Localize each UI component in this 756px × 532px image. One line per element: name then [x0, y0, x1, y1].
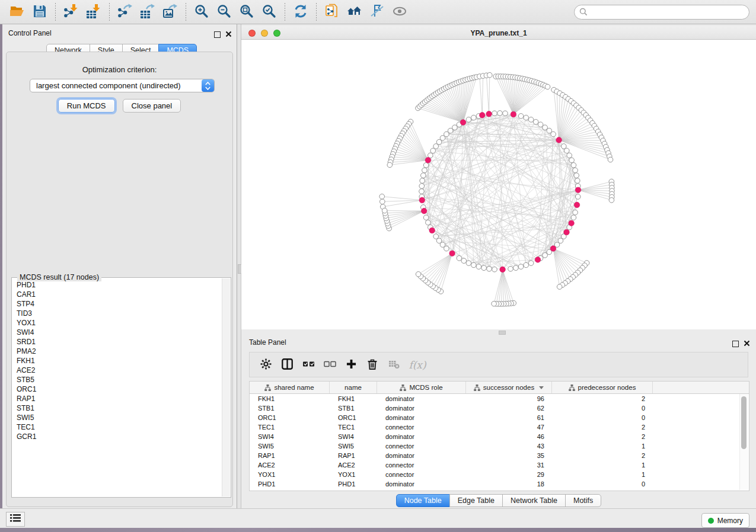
tab-motifs[interactable]: Motifs	[565, 494, 601, 507]
sort-chevron-icon[interactable]	[539, 386, 544, 389]
cell-name[interactable]: FKH1	[330, 394, 377, 403]
column-header-shared-name[interactable]: shared name	[250, 382, 330, 393]
cell-name[interactable]: SWI4	[330, 432, 377, 441]
cell-predecessor-nodes[interactable]: 0	[552, 479, 653, 489]
cell-name[interactable]: RAP1	[330, 451, 377, 460]
cell-name[interactable]: YOX1	[330, 470, 377, 479]
cell-predecessor-nodes[interactable]: 2	[552, 432, 653, 441]
mcds-result-item[interactable]: RAP1	[12, 394, 222, 403]
cell-successor-nodes[interactable]: 96	[466, 394, 552, 403]
column-header-name[interactable]: name	[330, 382, 377, 393]
cell-name[interactable]: SWI5	[330, 441, 377, 451]
column-header-predecessor-nodes[interactable]: predecessor nodes	[552, 382, 653, 393]
cell-predecessor-nodes[interactable]: 2	[552, 451, 653, 460]
column-header-MCDS-role[interactable]: MCDS role	[377, 382, 466, 393]
export-network-button[interactable]	[115, 2, 135, 21]
refresh-network-button[interactable]	[291, 2, 311, 21]
cell-shared-name[interactable]: TEC1	[250, 422, 330, 432]
mcds-result-item[interactable]: ACE2	[12, 366, 222, 375]
close-panel-button[interactable]: Close panel	[123, 99, 181, 113]
table-row[interactable]: STB1STB1dominator620	[250, 403, 749, 413]
zoom-in-button[interactable]	[192, 2, 212, 21]
column-header-successor-nodes[interactable]: successor nodes	[466, 382, 552, 393]
cell-MCDS-role[interactable]: dominator	[377, 432, 466, 441]
mcds-result-item[interactable]: STP4	[12, 299, 222, 309]
close-panel-icon[interactable]	[225, 29, 232, 40]
import-network-button[interactable]	[61, 2, 81, 21]
table-row[interactable]: SWI4SWI4dominator462	[250, 432, 749, 441]
cell-MCDS-role[interactable]: connector	[377, 460, 466, 470]
delete-column-button[interactable]	[363, 356, 381, 374]
float-window-icon[interactable]	[214, 31, 221, 38]
cell-MCDS-role[interactable]: dominator	[377, 413, 466, 422]
cell-MCDS-role[interactable]: connector	[377, 470, 466, 479]
mcds-result-item[interactable]: ORC1	[12, 384, 222, 394]
cell-MCDS-role[interactable]: dominator	[377, 451, 466, 460]
float-window-icon[interactable]	[732, 341, 739, 347]
cell-shared-name[interactable]: RAP1	[250, 451, 330, 460]
horizontal-splitter[interactable]	[241, 329, 756, 335]
clear-selection-button[interactable]	[321, 356, 339, 374]
show-annotations-button[interactable]	[390, 2, 410, 21]
table-row[interactable]: ORC1ORC1dominator610	[250, 413, 749, 422]
network-overview-button[interactable]	[344, 2, 365, 21]
tab-network-table[interactable]: Network Table	[502, 494, 566, 507]
cell-successor-nodes[interactable]: 31	[466, 460, 552, 470]
cell-predecessor-nodes[interactable]: 2	[552, 394, 653, 403]
cell-predecessor-nodes[interactable]: 2	[552, 422, 653, 432]
mcds-result-item[interactable]: FKH1	[12, 356, 222, 366]
save-session-button[interactable]	[30, 2, 50, 21]
cell-name[interactable]: STB1	[330, 403, 377, 413]
add-column-button[interactable]	[342, 356, 360, 374]
zoom-out-button[interactable]	[214, 2, 234, 21]
mcds-result-item[interactable]: STB1	[12, 403, 222, 413]
search-input[interactable]	[574, 5, 749, 20]
mcds-result-item[interactable]: SWI5	[12, 413, 222, 422]
mcds-result-item[interactable]: PHD1	[12, 280, 222, 290]
hide-annotations-button[interactable]	[367, 2, 387, 21]
table-scrollbar[interactable]	[739, 394, 748, 490]
cell-predecessor-nodes[interactable]: 0	[552, 403, 653, 413]
cell-MCDS-role[interactable]: dominator	[377, 479, 466, 489]
zoom-fit-button[interactable]	[237, 2, 257, 21]
mcds-result-item[interactable]: STB5	[12, 375, 222, 384]
select-all-button[interactable]	[299, 356, 317, 374]
close-panel-icon[interactable]	[744, 338, 750, 349]
run-mcds-button[interactable]: Run MCDS	[58, 99, 115, 113]
cell-successor-nodes[interactable]: 47	[466, 422, 552, 432]
cell-predecessor-nodes[interactable]: 1	[552, 460, 653, 470]
mcds-result-item[interactable]: SWI4	[12, 328, 222, 337]
cell-shared-name[interactable]: FKH1	[250, 394, 330, 403]
zoom-selected-button[interactable]	[259, 2, 279, 21]
network-graph[interactable]	[241, 40, 756, 329]
scrollbar-thumb[interactable]	[741, 396, 747, 449]
import-table-button[interactable]	[84, 2, 104, 21]
mcds-result-item[interactable]: TEC1	[12, 422, 222, 432]
table-row[interactable]: TEC1TEC1connector472	[250, 422, 749, 432]
export-table-button[interactable]	[138, 2, 158, 21]
tab-edge-table[interactable]: Edge Table	[449, 494, 503, 507]
cell-successor-nodes[interactable]: 18	[466, 479, 552, 489]
mcds-result-item[interactable]: GCR1	[12, 432, 222, 441]
criterion-dropdown[interactable]: largest connected component (undirected)	[30, 79, 215, 92]
share-document-button[interactable]	[322, 2, 342, 21]
tab-node-table[interactable]: Node Table	[396, 494, 450, 507]
settings-gear-button[interactable]	[257, 356, 275, 374]
table-row[interactable]: ACE2ACE2connector311	[250, 460, 749, 470]
cell-successor-nodes[interactable]: 62	[466, 403, 552, 413]
mcds-result-item[interactable]: TID3	[12, 309, 222, 318]
splitter-grip[interactable]	[499, 331, 506, 335]
cell-shared-name[interactable]: SWI4	[250, 432, 330, 441]
open-file-button[interactable]	[7, 2, 27, 21]
cell-MCDS-role[interactable]: dominator	[377, 403, 466, 413]
mcds-list-scrollbar[interactable]	[222, 278, 230, 496]
cell-name[interactable]: ORC1	[330, 413, 377, 422]
vertical-splitter[interactable]	[237, 24, 241, 508]
task-history-button[interactable]	[6, 512, 25, 527]
split-view-button[interactable]	[278, 356, 296, 374]
mcds-result-item[interactable]: PMA2	[12, 347, 222, 356]
cell-successor-nodes[interactable]: 43	[466, 441, 552, 451]
table-row[interactable]: RAP1RAP1dominator352	[250, 451, 749, 460]
memory-button[interactable]: Memory	[701, 513, 749, 528]
table-row[interactable]: YOX1YOX1connector291	[250, 470, 749, 479]
